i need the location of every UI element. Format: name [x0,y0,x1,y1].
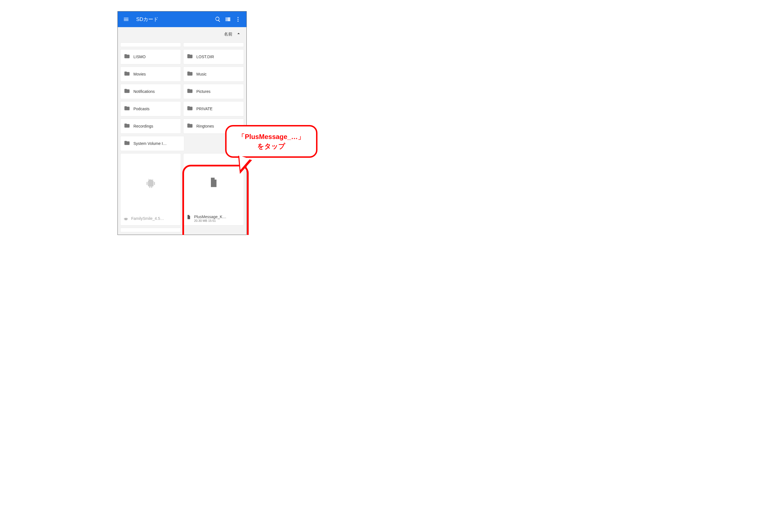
folder-name: Ringtones [196,124,214,128]
folder-name: Pictures [196,89,211,94]
file-icon [208,177,219,189]
folder-icon [124,105,130,112]
folder-item[interactable]: Notifications [121,84,181,99]
folder-name: Recordings [133,124,153,128]
chevron-up-icon [236,31,241,37]
page-title: SDカード [136,16,158,23]
file-manager-app: SDカード 名前 LISMO LOST.DIR [117,11,247,235]
app-bar: SDカード [118,11,246,27]
folder-item[interactable]: Recordings [121,119,181,133]
search-icon[interactable] [213,14,223,24]
folder-item-peek[interactable] [121,43,181,47]
folder-item[interactable]: Movies [121,67,181,81]
svg-point-1 [237,19,239,20]
sort-label: 名前 [224,32,232,37]
folder-icon [124,70,130,78]
folder-item[interactable]: Pictures [183,84,244,99]
folder-name: LOST.DIR [196,55,214,59]
folder-icon [124,88,130,95]
folder-item-peek[interactable] [183,43,244,47]
sort-bar[interactable]: 名前 [118,27,246,41]
folder-name: System Volume I… [133,141,167,146]
folder-name: Notifications [133,89,155,94]
folder-icon [124,53,130,60]
folder-icon [187,123,193,130]
folder-item[interactable]: PRIVATE [183,102,244,116]
file-item-plusmessage[interactable]: PlusMessage_K… 20.30 MB 15:51 [183,154,244,225]
folder-item[interactable]: LOST.DIR [183,50,244,64]
file-name: FamilySmile_4.5… [131,216,164,221]
file-name: PlusMessage_K… [194,215,226,219]
folder-name: LISMO [133,55,146,59]
svg-point-2 [237,21,239,22]
folder-item[interactable]: Music [183,67,244,81]
folder-item[interactable]: System Volume I… [121,136,184,151]
folder-item[interactable]: LISMO [121,50,181,64]
folder-icon [187,53,193,60]
folder-icon [124,140,130,147]
folder-icon [187,70,193,78]
android-icon [123,216,128,222]
folder-icon [187,105,193,112]
menu-icon[interactable] [121,14,131,24]
more-vert-icon[interactable] [233,14,243,24]
folder-item[interactable]: Podcasts [121,102,181,116]
folder-name: Music [196,72,207,76]
file-grid: LISMO LOST.DIR Movies Music Notification… [118,41,246,235]
file-meta: 20.30 MB 15:51 [194,219,226,222]
folder-icon [124,123,130,130]
folder-name: Movies [133,72,146,76]
file-icon [186,215,191,221]
svg-point-0 [237,17,239,18]
folder-item[interactable]: Ringtones [183,119,244,133]
folder-name: Podcasts [133,107,150,111]
file-item-apk[interactable]: FamilySmile_4.5… [121,154,181,225]
folder-item-peek[interactable] [121,228,181,232]
folder-icon [187,88,193,95]
folder-name: PRIVATE [196,107,213,111]
android-icon [145,178,156,190]
view-list-icon[interactable] [223,14,233,24]
